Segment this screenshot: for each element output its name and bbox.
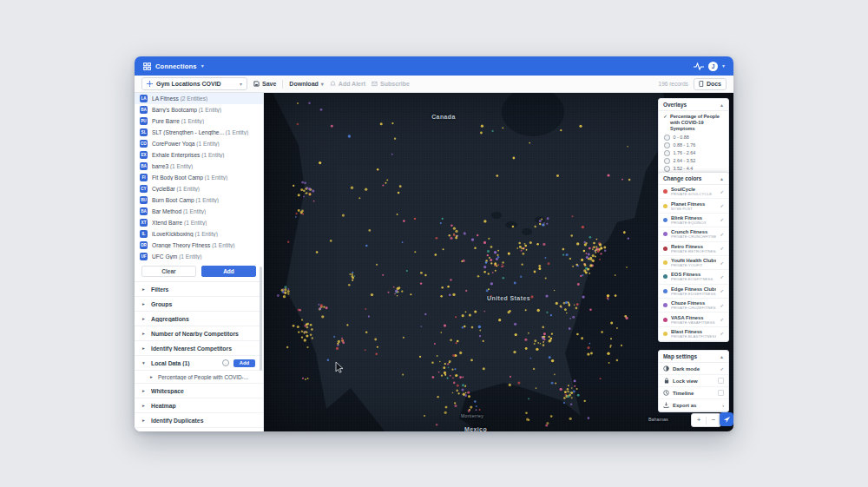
checkbox-checked-icon[interactable]: ✓: [720, 331, 724, 336]
section-child-item[interactable]: ▸Percentage of People with COVID-...: [135, 371, 263, 384]
map-settings-panel: Map settings ▲ Dark mode✓Lock viewTimeli…: [658, 350, 729, 412]
brand-color-row[interactable]: Planet FitnessNYSE:PLNT✓: [659, 199, 728, 213]
brand-color-row[interactable]: EOS FitnessPRIVATE:EOSFITNESS✓: [659, 270, 728, 284]
sidebar-section-filters[interactable]: ▸Filters: [135, 282, 263, 297]
gym-list-item[interactable]: BABar Method (1 Entity): [135, 206, 263, 217]
change-colors-header[interactable]: Change colors ▲: [659, 173, 728, 185]
overlays-panel-header[interactable]: Overlays ▲: [659, 99, 728, 111]
gym-list-item[interactable]: BABarry's Bootcamp (1 Entity): [135, 104, 263, 115]
gym-list-item[interactable]: LALA Fitness (2 Entities): [135, 93, 263, 104]
gym-list-item[interactable]: EXExhale Enterprises (1 Entity): [135, 149, 263, 161]
overlay-layer-label: Percentage of People with COVID-19 Sympt…: [670, 114, 724, 132]
brand-color-row[interactable]: Youfit Health ClubsPRIVATE:YOUFIT✓: [659, 256, 728, 270]
gym-entity-count: (1 Entity): [194, 231, 217, 237]
brand-color-dot[interactable]: [663, 218, 667, 222]
brand-color-dot[interactable]: [663, 289, 667, 293]
apps-grid-icon[interactable]: [143, 58, 151, 74]
brand-color-row[interactable]: Chuze FitnessPRIVATE:CHUZEFITNESS✓: [659, 299, 728, 313]
setting-dark-mode[interactable]: Dark mode✓: [659, 363, 728, 375]
checkbox-checked-icon[interactable]: ✓: [720, 317, 724, 322]
legend-row: 0 - 0.88: [659, 134, 728, 141]
brand-color-list: SoulCyclePRIVATE:SOULCYCLE✓Planet Fitnes…: [659, 185, 728, 341]
brand-color-dot[interactable]: [663, 189, 667, 194]
brand-color-row[interactable]: Blast FitnessPRIVATE:BLASTFITNESS✓: [659, 327, 728, 341]
brand-color-row[interactable]: Retro FitnessPRIVATE:RETROFITNESS✓: [659, 242, 728, 256]
setting-export-as[interactable]: Export as›: [659, 399, 728, 411]
sidebar-scrollbar[interactable]: [260, 267, 262, 371]
overlay-layer-row[interactable]: ✓ Percentage of People with COVID-19 Sym…: [659, 111, 728, 134]
zoom-out-button[interactable]: −: [707, 414, 720, 426]
subscribe-button[interactable]: Subscribe: [372, 81, 410, 87]
checkbox-checked-icon[interactable]: ✓: [720, 189, 724, 194]
chevron-down-icon: ▾: [142, 360, 147, 365]
checkbox-checked-icon[interactable]: ✓: [720, 288, 724, 293]
map-canvas[interactable]: CanadaUnited StatesMonterreyMexico Overl…: [264, 93, 733, 431]
brand-color-dot[interactable]: [663, 204, 667, 208]
map-settings-header[interactable]: Map settings ▲: [659, 351, 728, 363]
checkbox-checked-icon[interactable]: ✓: [720, 303, 724, 308]
brand-color-dot[interactable]: [663, 260, 667, 265]
save-button[interactable]: Save: [253, 81, 276, 87]
gym-list-item[interactable]: PUPure Barre (1 Entity): [135, 115, 263, 127]
brand-color-dot[interactable]: [663, 274, 667, 279]
brand-color-dot[interactable]: [663, 332, 667, 336]
checkbox-checked-icon[interactable]: ✓: [720, 217, 724, 222]
view-selector[interactable]: Gym Locations COVID ▾: [141, 77, 247, 90]
sidebar-section-aggregations[interactable]: ▸Aggregations: [135, 312, 263, 326]
checkbox-empty-icon[interactable]: [718, 390, 724, 396]
sidebar-section-number-of-nearby-competitors[interactable]: ▸Number of Nearby Competitors: [135, 326, 263, 341]
gym-name-text: Orange Theory Fitness: [152, 242, 212, 248]
info-icon[interactable]: i: [222, 359, 229, 366]
gym-list-item[interactable]: ILiLoveKickboxing (1 Entity): [135, 228, 263, 240]
gym-list-item[interactable]: BUBurn Boot Camp (1 Entity): [135, 194, 263, 206]
brand-color-dot[interactable]: [663, 247, 667, 251]
sidebar-section-heatmap[interactable]: ▸Heatmap: [135, 398, 263, 413]
sidebar-section-identify-duplicates[interactable]: ▸Identify Duplicates: [135, 413, 263, 428]
checkbox-checked-icon[interactable]: ✓: [720, 232, 724, 237]
section-add-button[interactable]: Add: [233, 359, 255, 367]
checkbox-checked-icon[interactable]: ✓: [720, 274, 724, 280]
gym-list-item[interactable]: OROrange Theory Fitness (1 Entity): [135, 240, 263, 251]
checkbox-checked-icon[interactable]: ✓: [720, 203, 724, 208]
brand-color-dot[interactable]: [663, 318, 667, 322]
user-avatar[interactable]: J: [708, 62, 718, 71]
gym-list-item[interactable]: XTXtend Barre (1 Entity): [135, 217, 263, 228]
brand-color-row[interactable]: Crunch FitnessPRIVATE:CRUNCHFITNESS✓: [659, 227, 728, 241]
app-window: Connections ▾ J ▾ Gym Locations COVID ▾: [135, 56, 733, 431]
gym-list-item[interactable]: COCorePower Yoga (1 Entity): [135, 138, 263, 149]
brand-color-row[interactable]: Blink FitnessPRIVATE:EQUINOX✓: [659, 214, 728, 227]
gym-list-item[interactable]: UFUFC Gym (1 Entity): [135, 251, 263, 262]
zoom-in-button[interactable]: +: [692, 414, 706, 426]
gym-list-item[interactable]: CYCycleBar (1 Entity): [135, 183, 263, 194]
sidebar-section-whitespace[interactable]: ▸Whitespace: [135, 384, 263, 398]
brand-color-dot[interactable]: [663, 232, 667, 236]
clear-button[interactable]: Clear: [141, 266, 196, 277]
brand-text: Blast FitnessPRIVATE:BLASTFITNESS: [671, 329, 716, 339]
locate-button[interactable]: [720, 412, 733, 426]
add-alert-button[interactable]: Add Alert: [330, 81, 365, 87]
sidebar-section-identify-nearest-competitors[interactable]: ▸Identify Nearest Competitors: [135, 341, 263, 356]
gym-list-item[interactable]: BAbarre3 (1 Entity): [135, 161, 263, 172]
brand-color-row[interactable]: SoulCyclePRIVATE:SOULCYCLE✓: [659, 185, 728, 199]
checkbox-checked-icon[interactable]: ✓: [663, 114, 667, 119]
download-button[interactable]: Download ▾: [289, 81, 323, 87]
setting-lock-view[interactable]: Lock view: [659, 375, 728, 387]
gym-list-item[interactable]: FIFit Body Boot Camp (1 Entity): [135, 172, 263, 183]
gym-avatar: XT: [140, 219, 148, 227]
brand-color-dot[interactable]: [663, 303, 667, 307]
activity-icon[interactable]: [694, 58, 704, 74]
add-button[interactable]: Add: [201, 266, 256, 277]
gym-list-item[interactable]: SLSLT (Strengthen - Lengthe... (1 Entity…: [135, 127, 263, 138]
brand-color-row[interactable]: VASA FitnessPRIVATE:VASAFITNESS✓: [659, 313, 728, 326]
checkbox-empty-icon[interactable]: [718, 378, 724, 384]
sidebar-section-local-data-[interactable]: ▾Local Data (1)iAdd: [135, 356, 263, 371]
connections-menu[interactable]: Connections: [155, 63, 197, 70]
setting-timeline[interactable]: Timeline: [659, 387, 728, 399]
checkbox-checked-icon[interactable]: ✓: [720, 246, 724, 251]
checkbox-checked-icon[interactable]: ✓: [720, 260, 724, 266]
brand-ticker: PRIVATE:BLASTFITNESS: [671, 334, 716, 339]
brand-color-row[interactable]: Edge Fitness ClubsPRIVATE:EDGEFITNESS✓: [659, 285, 728, 299]
checkbox-checked-icon[interactable]: ✓: [720, 366, 724, 372]
sidebar-section-groups[interactable]: ▸Groups: [135, 297, 263, 312]
docs-button[interactable]: Docs: [694, 78, 727, 90]
